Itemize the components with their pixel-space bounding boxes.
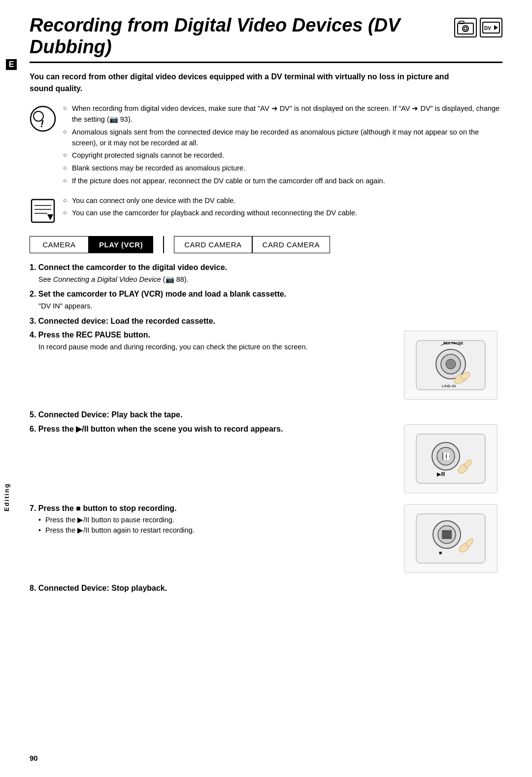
note-item: You can use the camcorder for playback a… <box>63 208 357 219</box>
step-7-image: ■ <box>404 504 502 579</box>
svg-text:!: ! <box>40 118 44 129</box>
svg-text:REC PAUSE: REC PAUSE <box>443 341 464 345</box>
warning-block: ! When recording from digital video devi… <box>30 103 502 188</box>
step-5-heading: 5. Connected Device: Play back the tape. <box>30 410 502 419</box>
step-4: 4. Press the REC PAUSE button. In record… <box>30 331 502 405</box>
section-e-label: E <box>6 59 17 70</box>
step-1-body: See Connecting a Digital Video Device (📷… <box>38 274 502 285</box>
step-2-heading: 2. Set the camcorder to PLAY (VCR) mode … <box>30 290 502 299</box>
tab-camera[interactable]: CAMERA <box>30 236 89 253</box>
svg-text:LINE-IN: LINE-IN <box>442 384 456 388</box>
step-2-body: "DV IN" appears. <box>38 301 502 311</box>
warning-item: Blank sections may be recorded as anomal… <box>63 163 502 174</box>
step-4-image: REC PAUSE LINE-IN <box>404 331 502 405</box>
step-6-content: 6. Press the ▶/II button when the scene … <box>30 424 394 436</box>
step-7: 7. Press the ■ button to stop recording.… <box>30 504 502 579</box>
step-2: 2. Set the camcorder to PLAY (VCR) mode … <box>30 290 502 311</box>
svg-rect-26 <box>447 453 449 460</box>
step-7-bullet-2: Press the ▶/II button again to restart r… <box>38 525 394 536</box>
step-4-content: 4. Press the REC PAUSE button. In record… <box>30 331 394 352</box>
step-3: 3. Connected device: Load the recorded c… <box>30 317 502 326</box>
step-1-heading: 1. Connect the camcorder to the digital … <box>30 263 502 272</box>
mode-tabs: CAMERA PLAY (VCR) CARD CAMERA CARD CAMER… <box>30 236 502 253</box>
page-header: Recording from Digital Video Devices (DV… <box>30 15 502 63</box>
step-8: 8. Connected Device: Stop playback. <box>30 584 502 593</box>
svg-rect-25 <box>443 453 446 460</box>
step-4-body: In record pause mode and during recordin… <box>38 341 394 352</box>
svg-text:DV: DV <box>484 26 491 31</box>
play-pause-button-image: ▶/II <box>404 424 498 493</box>
step-3-heading: 3. Connected device: Load the recorded c… <box>30 317 502 326</box>
editing-label: Editing <box>3 483 10 511</box>
warning-item: Anomalous signals sent from the connecte… <box>63 127 502 149</box>
note-item: You can connect only one device with the… <box>63 196 357 206</box>
warning-list: When recording from digital video device… <box>63 103 502 188</box>
step-7-bullet-1: Press the ▶/II button to pause recording… <box>38 515 394 526</box>
step-6-heading: 6. Press the ▶/II button when the scene … <box>30 424 394 434</box>
page-number: 90 <box>30 754 38 762</box>
intro-text: You can record from other digital video … <box>30 71 453 95</box>
svg-rect-1 <box>459 21 464 24</box>
warning-item: When recording from digital video device… <box>63 103 502 125</box>
step-8-heading: 8. Connected Device: Stop playback. <box>30 584 502 593</box>
rec-pause-button-image: REC PAUSE LINE-IN <box>404 331 498 400</box>
svg-point-17 <box>446 359 456 369</box>
header-icons: DV <box>454 18 502 37</box>
svg-point-2 <box>463 26 468 32</box>
stop-button-image: ■ <box>404 504 498 573</box>
svg-text:■: ■ <box>439 550 442 555</box>
rec-pause-svg: REC PAUSE LINE-IN <box>411 336 490 395</box>
warning-item: If the picture does not appear, reconnec… <box>63 176 502 187</box>
note-block: You can connect only one device with the… <box>30 196 502 224</box>
play-pause-svg: ▶/II <box>411 429 490 488</box>
step-1: 1. Connect the camcorder to the digital … <box>30 263 502 285</box>
steps-section: 1. Connect the camcorder to the digital … <box>30 263 502 593</box>
svg-point-3 <box>464 27 467 30</box>
camera-mode-icon <box>454 18 477 37</box>
step-7-content: 7. Press the ■ button to stop recording.… <box>30 504 394 537</box>
svg-rect-33 <box>442 530 452 539</box>
tab-card-camera-2[interactable]: CARD CAMERA <box>252 236 330 253</box>
step-5: 5. Connected Device: Play back the tape. <box>30 410 502 419</box>
step-6: 6. Press the ▶/II button when the scene … <box>30 424 502 499</box>
step-6-image: ▶/II <box>404 424 502 499</box>
note-list: You can connect only one device with the… <box>63 196 357 221</box>
tab-play-vcr[interactable]: PLAY (VCR) <box>89 236 153 253</box>
step-7-heading: 7. Press the ■ button to stop recording. <box>30 504 394 513</box>
warning-icon: ! <box>30 105 56 132</box>
page-title: Recording from Digital Video Devices (DV… <box>30 15 433 58</box>
warning-item: Copyright protected signals cannot be re… <box>63 150 502 161</box>
tab-card-camera-1[interactable]: CARD CAMERA <box>174 236 252 253</box>
step-4-heading: 4. Press the REC PAUSE button. <box>30 331 394 339</box>
svg-rect-0 <box>458 23 473 34</box>
svg-text:▶/II: ▶/II <box>437 472 445 477</box>
step-7-bullets: Press the ▶/II button to pause recording… <box>38 515 394 537</box>
note-icon <box>30 198 56 224</box>
dv-icon: DV <box>480 18 502 37</box>
stop-svg: ■ <box>411 509 490 568</box>
